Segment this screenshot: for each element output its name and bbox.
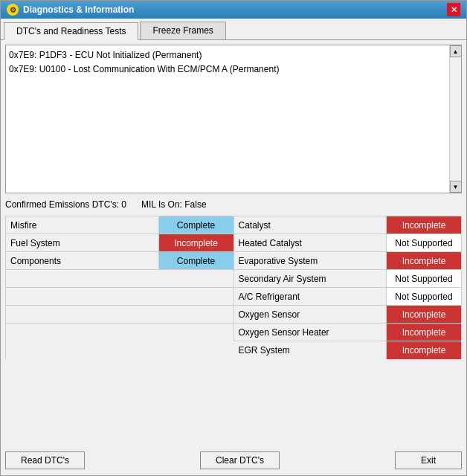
left-spacer-2 — [6, 288, 234, 306]
dtc-inner-scroll[interactable]: 0x7E9: P1DF3 - ECU Not Initialized (Perm… — [6, 45, 461, 193]
scroll-down-arrow[interactable]: ▼ — [450, 181, 462, 193]
scrollbar-track: ▲ ▼ — [449, 45, 461, 193]
catalyst-label: Catalyst — [234, 216, 387, 234]
heated-catalyst-status: Not Supported — [387, 234, 461, 251]
oxygen-sensor-heater-label: Oxygen Sensor Heater — [234, 324, 387, 341]
table-row: Misfire Complete — [6, 216, 234, 234]
main-content: 0x7E9: P1DF3 - ECU Not Initialized (Perm… — [1, 40, 466, 446]
left-spacer-1 — [6, 270, 234, 288]
tab-bar: DTC's and Readiness Tests Freeze Frames — [1, 19, 466, 40]
table-row: Components Complete — [6, 252, 234, 270]
read-dtcs-button[interactable]: Read DTC's — [5, 451, 85, 469]
table-row: Catalyst Incomplete — [234, 216, 463, 234]
scroll-thumb-area — [450, 57, 461, 181]
table-row: Secondary Air System Not Supported — [234, 270, 463, 288]
catalyst-status: Incomplete — [387, 216, 461, 234]
readiness-grid: Misfire Complete Fuel System Incomplete … — [5, 216, 462, 359]
scroll-up-arrow[interactable]: ▲ — [450, 45, 462, 57]
evaporative-status: Incomplete — [387, 252, 461, 269]
components-status: Complete — [159, 252, 234, 269]
table-row: Oxygen Sensor Incomplete — [234, 306, 463, 324]
close-button[interactable]: ✕ — [447, 3, 460, 16]
evaporative-label: Evaporative System — [234, 252, 387, 269]
left-readiness-section: Misfire Complete Fuel System Incomplete … — [6, 216, 234, 359]
oxygen-sensor-heater-status: Incomplete — [387, 324, 461, 341]
misfire-label: Misfire — [6, 216, 159, 234]
egr-system-status: Incomplete — [387, 341, 461, 359]
fuel-system-label: Fuel System — [6, 234, 159, 251]
table-row: Evaporative System Incomplete — [234, 252, 463, 270]
egr-system-label: EGR System — [234, 341, 387, 359]
exit-button[interactable]: Exit — [395, 451, 462, 469]
table-row: EGR System Incomplete — [234, 341, 463, 359]
oxygen-sensor-label: Oxygen Sensor — [234, 306, 387, 323]
table-row: Fuel System Incomplete — [6, 234, 234, 252]
heated-catalyst-label: Heated Catalyst — [234, 234, 387, 251]
title-bar: ⚙ Diagnostics & Information ✕ — [1, 1, 466, 19]
tab-freeze-frames[interactable]: Freeze Frames — [140, 22, 225, 39]
confirmed-dtcs-label: Confirmed Emissions DTC's: 0 — [5, 199, 126, 210]
table-row: Oxygen Sensor Heater Incomplete — [234, 324, 463, 341]
table-row: Heated Catalyst Not Supported — [234, 234, 463, 252]
dtc-panel: 0x7E9: P1DF3 - ECU Not Initialized (Perm… — [5, 45, 462, 193]
components-label: Components — [6, 252, 159, 269]
secondary-air-status: Not Supported — [387, 270, 461, 287]
app-icon: ⚙ — [7, 4, 19, 16]
summary-bar: Confirmed Emissions DTC's: 0 MIL Is On: … — [5, 198, 462, 211]
mil-status-label: MIL Is On: False — [141, 199, 207, 210]
left-spacer-4 — [6, 324, 234, 341]
fuel-system-status: Incomplete — [159, 234, 234, 251]
left-spacer-3 — [6, 306, 234, 324]
window-title: Diagnostics & Information — [23, 4, 134, 15]
misfire-status: Complete — [159, 216, 234, 234]
clear-dtcs-button[interactable]: Clear DTC's — [200, 451, 280, 469]
dtc-entry-1: 0x7E9: P1DF3 - ECU Not Initialized (Perm… — [9, 48, 446, 62]
footer: Read DTC's Clear DTC's Exit — [1, 446, 466, 475]
ac-refrigerant-label: A/C Refrigerant — [234, 288, 387, 305]
oxygen-sensor-status: Incomplete — [387, 306, 461, 323]
tab-dtc[interactable]: DTC's and Readiness Tests — [4, 22, 138, 40]
dtc-entry-2: 0x7E9: U0100 - Lost Communication With E… — [9, 62, 446, 77]
secondary-air-label: Secondary Air System — [234, 270, 387, 287]
table-row: A/C Refrigerant Not Supported — [234, 288, 463, 306]
diagnostics-window: ⚙ Diagnostics & Information ✕ DTC's and … — [0, 0, 467, 476]
title-bar-left: ⚙ Diagnostics & Information — [7, 4, 134, 16]
ac-refrigerant-status: Not Supported — [387, 288, 461, 305]
right-readiness-section: Catalyst Incomplete Heated Catalyst Not … — [234, 216, 463, 359]
